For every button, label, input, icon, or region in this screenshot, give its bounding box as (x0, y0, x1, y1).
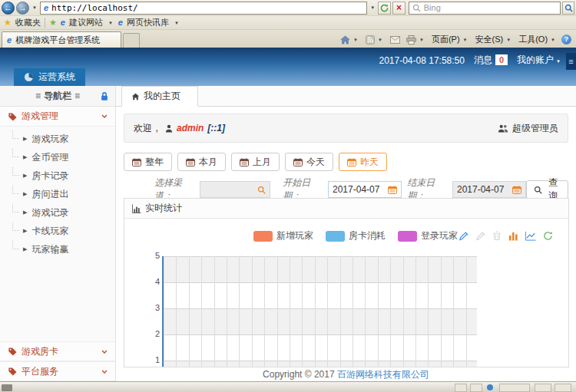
range-button-label: 本月 (199, 156, 217, 169)
browser-tab[interactable]: e 棋牌游戏平台管理系统 (2, 31, 121, 48)
legend-item[interactable]: 房卡消耗 (326, 229, 386, 242)
chart-header: 实时统计 (124, 199, 568, 219)
range-button[interactable]: 上月 (231, 153, 280, 171)
refresh-tool-icon[interactable] (543, 231, 553, 241)
web-slices-button[interactable]: 网页快讯库 (127, 17, 169, 28)
tab-my-homepage[interactable]: 我的主页 (121, 86, 198, 107)
stop-button[interactable]: × (392, 2, 406, 15)
suggested-sites-button[interactable]: 建议网站 (69, 17, 103, 28)
search-icon (564, 4, 573, 12)
chevron-down-icon (101, 370, 108, 374)
end-date-field[interactable] (452, 181, 526, 198)
welcome-panel: 欢迎， admin [::1] 超级管理员 (124, 114, 568, 143)
home-button[interactable]: ▼ (339, 35, 361, 45)
sidebar-section-game-management[interactable]: 游戏管理 (0, 107, 115, 127)
chevron-down-icon[interactable]: ▼ (376, 38, 384, 42)
range-button[interactable]: 整年 (124, 153, 172, 171)
query-button[interactable]: 查询 (526, 180, 568, 199)
tree-connector (12, 222, 19, 231)
add-favorite-icon[interactable]: ★ (49, 18, 57, 28)
recent-pages-dropdown[interactable]: ▼ (31, 5, 38, 10)
channel-select[interactable] (200, 181, 271, 198)
tree-connector (12, 241, 19, 249)
taskbar-icon[interactable] (487, 384, 493, 390)
sidebar-tree-item[interactable]: ▶房间进出 (0, 185, 115, 203)
start-date-field[interactable] (328, 181, 402, 198)
address-field[interactable]: e (40, 2, 367, 15)
windows-taskbar[interactable] (0, 381, 576, 392)
help-button[interactable]: ? (561, 35, 571, 44)
sidebar-tree-item-label: 房卡记录 (31, 170, 68, 183)
mark-tool-icon[interactable] (458, 231, 468, 241)
forward-button[interactable]: → (16, 2, 29, 15)
read-mail-button[interactable] (389, 35, 402, 44)
end-date-input[interactable] (457, 184, 509, 195)
clear-tool-icon[interactable] (492, 231, 502, 241)
safety-menu-label: 安全(S) (475, 34, 504, 45)
taskbar-button[interactable] (535, 384, 551, 392)
system-tab-operations[interactable]: 运营系统 (14, 68, 85, 86)
taskbar-button[interactable] (499, 384, 530, 392)
sidebar-tree-item-label: 游戏记录 (31, 206, 68, 219)
taskbar-button[interactable] (554, 384, 571, 392)
sidebar-tree-item[interactable]: ▶房卡记录 (0, 166, 115, 185)
start-date-input[interactable] (333, 184, 385, 195)
address-dropdown[interactable]: ▼ (369, 5, 376, 10)
sidebar-toggle-button[interactable]: ≡ (566, 53, 576, 70)
sidebar-tree-item[interactable]: ▶游戏玩家 (0, 130, 115, 148)
tools-menu[interactable]: 工具(O) ▼ (517, 33, 558, 46)
url-input[interactable] (51, 3, 363, 13)
search-icon[interactable] (257, 186, 266, 194)
account-menu[interactable]: 我的账户▼ (517, 54, 561, 67)
chevron-down-icon[interactable]: ▼ (107, 21, 114, 25)
bar-type-tool-icon[interactable] (508, 231, 518, 241)
search-box[interactable] (409, 2, 561, 15)
feeds-button[interactable]: ▼ (364, 35, 386, 45)
chevron-down-icon[interactable]: ▼ (418, 38, 425, 42)
mark-undo-tool-icon[interactable] (475, 231, 485, 241)
back-button[interactable]: ← (2, 2, 15, 15)
legend-item[interactable]: 登录玩家 (398, 229, 458, 242)
ie-icon: e (118, 18, 123, 27)
sidebar-tree-item[interactable]: ▶卡线玩家 (0, 222, 115, 240)
sidebar-tree-item[interactable]: ▶游戏记录 (0, 203, 115, 222)
taskbar-button[interactable] (470, 384, 482, 392)
refresh-button[interactable] (378, 2, 391, 15)
search-input[interactable] (424, 3, 557, 12)
line-type-tool-icon[interactable] (525, 231, 536, 241)
taskbar-item (2, 384, 12, 391)
realtime-stats-panel: 实时统计 新增玩家房卡消耗登录玩家 54321 (124, 198, 569, 367)
home-icon (131, 93, 140, 100)
range-button[interactable]: 本月 (177, 153, 226, 171)
legend-item[interactable]: 新增玩家 (253, 229, 313, 242)
taskbar-button[interactable] (455, 384, 467, 392)
favorites-button[interactable]: 收藏夹 (15, 17, 41, 28)
print-button[interactable]: ▼ (405, 35, 427, 45)
range-button[interactable]: 昨天 (339, 153, 387, 171)
range-button[interactable]: 今天 (285, 153, 333, 171)
page-menu-label: 页面(P) (432, 34, 460, 45)
sidebar-tree-item[interactable]: ▶玩家输赢 (0, 240, 115, 259)
new-tab-button[interactable] (123, 33, 140, 48)
page-menu[interactable]: 页面(P) ▼ (430, 33, 471, 46)
calendar-icon[interactable] (512, 186, 521, 194)
chevron-down-icon[interactable]: ▼ (352, 38, 359, 42)
chevron-down-icon[interactable]: ▼ (173, 21, 180, 25)
safety-menu[interactable]: 安全(S) ▼ (474, 33, 515, 46)
tree-arrow-icon: ▶ (23, 209, 27, 216)
chevron-down-icon: ▼ (549, 38, 557, 42)
channel-input[interactable] (204, 184, 255, 195)
search-go-button[interactable] (562, 2, 574, 15)
lock-icon[interactable] (100, 91, 109, 101)
sidebar-section-platform-services[interactable]: 平台服务 (0, 361, 115, 381)
messages-button[interactable]: 消息0 (474, 54, 508, 67)
tree-connector (12, 130, 19, 139)
sidebar-tree-item[interactable]: ▶金币管理 (0, 148, 115, 166)
sidebar-section-game-roomcards[interactable]: 游戏房卡 (0, 341, 115, 361)
tab-label: 我的主页 (144, 90, 180, 103)
company-link[interactable]: 百游网络科技有限公司 (337, 369, 429, 380)
sidebar-section-label: 游戏管理 (22, 110, 58, 123)
legend-label: 房卡消耗 (349, 229, 386, 242)
pie-chart-icon (24, 72, 34, 82)
calendar-icon[interactable] (388, 186, 397, 194)
